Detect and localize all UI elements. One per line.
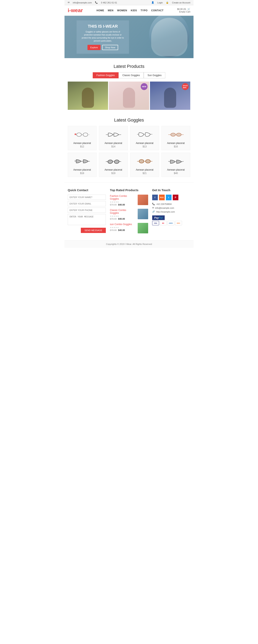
email-input[interactable] (68, 201, 106, 206)
get-in-touch-title: Get In Touch (152, 188, 190, 192)
goggle-card-8[interactable]: Aenean placerat $40 (161, 152, 190, 177)
product-card-3[interactable]: SALE30% (150, 82, 190, 110)
tab-sun-goggles[interactable]: Sun Goggles (144, 72, 165, 78)
rated-prices-1: $70.00 $40.00 (110, 204, 135, 206)
person-icon: 👤 (151, 1, 154, 4)
explore-button[interactable]: Explore (88, 45, 101, 50)
hero-section: THIS IS I-WEAR Goggles or safety glasses… (64, 16, 194, 58)
hero-title: THIS IS I-WEAR (81, 24, 125, 29)
rss-icon[interactable]: RSS (159, 194, 165, 200)
create-account-link[interactable]: Create an Account (172, 2, 190, 4)
goggle-name-3: Aenean placerat (132, 142, 157, 144)
cart-icon: 🛒 (187, 8, 190, 10)
rated-old-price-1: $70.00 (110, 204, 117, 206)
goggle-image-6 (101, 156, 126, 167)
get-in-touch-section: Get In Touch f RSS t P 📞 +62 226759804 ✉… (152, 188, 190, 236)
cart-area[interactable]: $0.00 (0) 🛒 Empty Cart (177, 8, 190, 13)
rated-old-price-2: $70.00 (110, 218, 117, 220)
logo[interactable]: i-wear (68, 7, 83, 14)
goggle-image-3 (132, 129, 157, 140)
top-email: info@example.com (73, 2, 92, 4)
contact-email-address: info@example.com (155, 207, 174, 209)
send-message-button[interactable]: SEND MESSAGE (81, 228, 106, 233)
copyright-text: Copyrights © 2019 I Wear. All Rights Res… (106, 243, 152, 245)
goggle-name-2: Aenean placerat (101, 142, 126, 144)
email-icon: ✉ (68, 1, 70, 4)
goggle-svg-2 (105, 131, 122, 138)
rated-name-2[interactable]: Classic Combo Goggles (110, 209, 135, 214)
goggle-svg-5 (74, 158, 90, 165)
message-input[interactable] (68, 214, 106, 225)
top-rated-title: Top Rated Products (110, 188, 148, 192)
goggle-svg-3 (137, 131, 153, 138)
nav-home[interactable]: HOME (97, 9, 104, 12)
goggle-image-2 (101, 129, 126, 140)
latest-goggles-section: Latest Goggles Aenean placerat $12 (64, 116, 194, 182)
amex-icon: AMEX (167, 221, 174, 225)
product-card-2[interactable]: NEW (109, 82, 149, 110)
goggle-name-8: Aenean placerat (164, 168, 188, 171)
facebook-icon[interactable]: f (152, 194, 158, 200)
shop-now-button[interactable]: Shop Now (102, 45, 118, 50)
goggle-image-4 (164, 129, 188, 140)
rated-new-price-1: $40.00 (118, 204, 125, 206)
latest-products-title: Latest Products (68, 64, 190, 69)
goggle-price-3: $13 (132, 145, 157, 148)
goggle-card-3[interactable]: Aenean placerat $13 (130, 126, 159, 150)
goggle-card-6[interactable]: Aenean placerat $19 (99, 152, 128, 177)
email-icon-footer: ✉ (152, 206, 154, 209)
goggle-svg-1 (74, 131, 90, 138)
goggle-card-2[interactable]: Aenean placerat $14 (99, 126, 128, 150)
phone-input[interactable] (68, 208, 106, 213)
goggle-card-7[interactable]: Aenean placerat $21 (130, 152, 159, 177)
nav-typo[interactable]: TYPO (140, 9, 147, 12)
phone-icon-footer: 📞 (152, 203, 155, 205)
top-phone: 0 462 261 61 61 (101, 2, 117, 4)
nav-contact[interactable]: CONTACT (151, 9, 163, 12)
svg-line-33 (182, 161, 184, 162)
goggle-price-7: $21 (132, 172, 157, 175)
goggle-svg-4 (168, 131, 184, 138)
stars-3: ★★★★★ (110, 226, 135, 228)
rated-image-1 (138, 194, 148, 205)
rated-item-1: Fashion Combo Goggles ★★★★★ $70.00 $40.0… (110, 194, 148, 206)
goggle-card-5[interactable]: Aenean placerat $18 (68, 152, 97, 177)
rated-info-3: sun Combo Goggles ★★★★★ $70.00 $40.00 (110, 223, 135, 231)
goggle-card-4[interactable]: Aenean placerat $16 (161, 126, 190, 150)
tab-classic-goggles[interactable]: Classic Goggles (119, 72, 144, 78)
hero-person-face (151, 18, 187, 56)
goggle-card-1[interactable]: Aenean placerat $12 (68, 126, 97, 150)
twitter-icon[interactable]: t (166, 194, 171, 200)
top-bar: ✉ info@example.com 📞 0 462 261 61 61 👤 L… (64, 0, 194, 5)
rated-name-3[interactable]: sun Combo Goggles (110, 223, 135, 226)
tab-fashion-goggles[interactable]: Fashion Goggles (93, 72, 119, 78)
svg-point-27 (139, 160, 144, 163)
goggle-price-6: $19 (101, 172, 126, 175)
product-card-1[interactable] (68, 82, 108, 110)
goggle-price-4: $16 (164, 145, 188, 148)
social-icons: f RSS t P (152, 194, 190, 200)
nav-men[interactable]: MEN (108, 9, 114, 12)
rated-info-1: Fashion Combo Goggles ★★★★★ $70.00 $40.0… (110, 194, 135, 206)
badge-sale: SALE30% (182, 83, 189, 90)
svg-point-3 (83, 133, 88, 136)
goggle-image-8 (164, 156, 188, 167)
name-input[interactable] (68, 194, 106, 200)
goggle-price-5: $18 (70, 172, 94, 175)
product-images: NEW SALE30% (68, 82, 190, 110)
rated-info-2: Classic Combo Goggles ★★★★★ $70.00 $40.0… (110, 209, 135, 220)
goggle-svg-7 (137, 158, 153, 165)
rated-name-1[interactable]: Fashion Combo Goggles (110, 194, 135, 200)
nav-kids[interactable]: KIDS (131, 9, 137, 12)
paypal-label[interactable]: PayPal (152, 216, 165, 220)
rated-old-price-3: $70.00 (110, 229, 117, 231)
pinterest-icon[interactable]: P (173, 194, 178, 200)
quick-contact-title: Quick Contact (68, 188, 106, 192)
lock-icon: 🔒 (166, 1, 169, 4)
svg-line-21 (106, 161, 108, 162)
link-icon-footer: 🔗 (152, 210, 155, 213)
rated-item-3: sun Combo Goggles ★★★★★ $70.00 $40.00 (110, 223, 148, 233)
login-link[interactable]: Login (157, 2, 163, 4)
hero-description: Goggles or safety glasses are forms of p… (81, 30, 125, 42)
nav-women[interactable]: WOMEN (117, 9, 127, 12)
